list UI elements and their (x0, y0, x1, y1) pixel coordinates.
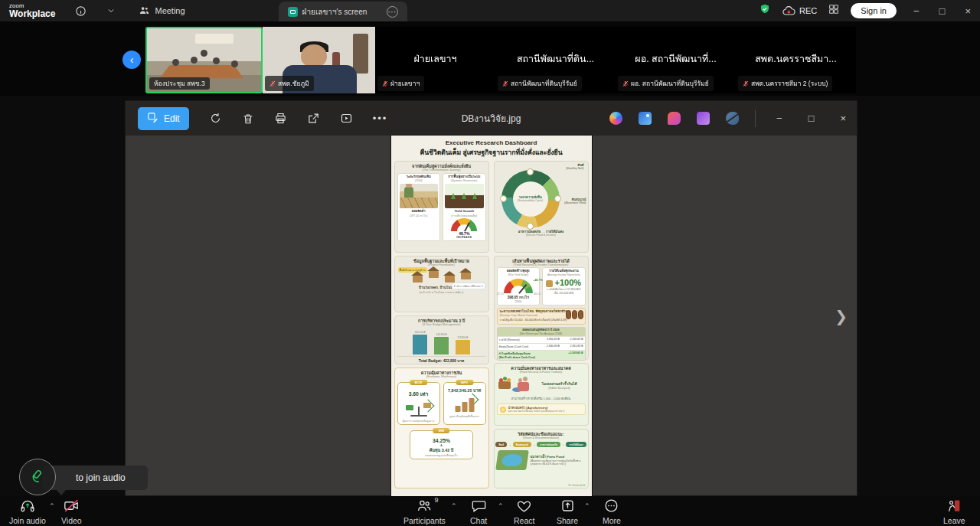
food-security-panel: ความมั่นคงทางอาหารและอนาคต (Food Securit… (494, 363, 589, 426)
net-return-table: ผลตอบแทนสุทธิต่อไร่ ปี 2568(Net Return p… (497, 327, 586, 361)
vision-panel: วิสัยทัศน์และข้อเสนอแนะ: (Vision & Recom… (494, 429, 589, 488)
security-shield-icon[interactable] (759, 3, 771, 18)
share-screen-button[interactable]: Share (557, 498, 578, 525)
bcr-value: 3.60 เท่า (400, 390, 438, 398)
share-options-caret[interactable]: ⌃ (584, 502, 590, 510)
project-foundation-panel: ข้อมูลพื้นฐานและพื้นที่เป้าหมาย (Project… (394, 256, 489, 312)
participant-name-pill: สถานีพัฒนาที่ดินบุรีรัมย์ (498, 76, 582, 91)
video-tile-meeting-room[interactable]: ห้องประชุม สพข.3 (145, 27, 263, 93)
gallery-app-icon[interactable] (697, 112, 710, 125)
restoration-card: การฟื้นฟูอย่างเป็นระบบ (Systemic Restora… (443, 173, 486, 241)
share-screen-icon (560, 498, 576, 515)
chat-icon (471, 498, 487, 515)
participant-name: ฝ่ายเลขาฯ (390, 78, 420, 89)
video-tile-participant[interactable]: สพด.ชัยภูมิ (263, 27, 375, 93)
muted-mic-icon (743, 77, 749, 90)
apps-grid-icon[interactable] (828, 3, 840, 18)
window-controls: − □ × (913, 5, 971, 17)
table-row: รายได้ (Revenue) 3,850.63 B 2,430.63 B (498, 336, 585, 343)
photo-viewer-window: Edit ••• DBงานวิจัย.jpg (125, 100, 858, 496)
viewer-window-controls: − □ × (776, 113, 846, 124)
headphones-icon (19, 498, 36, 515)
viewer-close-button[interactable]: × (840, 113, 846, 124)
table-row: ต้นทุนเงินสด (Cash Cost) 2,840.83 B 2,84… (498, 343, 585, 350)
delete-icon[interactable] (242, 113, 254, 125)
more-button[interactable]: More (603, 498, 621, 525)
photos-app-icon[interactable] (639, 112, 652, 125)
join-audio-button[interactable]: Join audio (9, 498, 46, 525)
minimize-button[interactable]: − (913, 5, 920, 17)
budget-total: Total Budget: 422,800 บาท (397, 356, 486, 364)
chevron-down-icon[interactable] (106, 6, 116, 15)
designer-app-icon[interactable] (668, 112, 681, 125)
sustainability-cycle-ring: วงจรความยั่งยืน (Sustainability Cycle) (501, 170, 560, 228)
wall-sign (195, 34, 234, 44)
share-icon[interactable] (307, 112, 320, 125)
screen-share-icon (288, 7, 298, 17)
video-tile-participant[interactable]: ผอ. สถานีพัฒนาที่... ผอ. สถานีพัฒนาที่ดิ… (616, 27, 736, 93)
onedrive-offline-icon[interactable] (726, 112, 739, 125)
transformation-journey-panel: จากดินเค็มสู่ความมั่งคั่งและยั่งยืน (The… (394, 161, 489, 253)
chat-options-caret[interactable]: ⌃ (498, 502, 504, 510)
video-off-icon (63, 498, 80, 515)
more-options-icon[interactable]: ••• (373, 113, 388, 124)
copilot-icon[interactable] (609, 112, 622, 125)
bcr-card: BCR 3.60 เท่า คุ้มค่าการลงทุนระดับสูงมาก (397, 382, 440, 425)
chat-button[interactable]: Chat (470, 498, 487, 525)
farm-pond-illustration (495, 450, 529, 470)
join-audio-tooltip: to join audio (42, 466, 148, 490)
edit-button[interactable]: Edit (138, 107, 189, 130)
titlebar-right: REC Sign in − □ × (759, 3, 980, 18)
info-icon[interactable] (75, 5, 87, 17)
participant-center-name: สพด.นครราชสีมา... (736, 51, 856, 67)
sign-in-button[interactable]: Sign in (851, 3, 897, 18)
participant-center-name: สถานีพัฒนาที่ดิน... (495, 51, 616, 67)
table-row-net-profit: กำไรสุทธิเหนือต้นทุนเงินสด (Net Profit a… (498, 350, 585, 360)
tab-shared-screen[interactable]: ฝ่ายเลขาฯ's screen ⋯ (279, 2, 407, 21)
edible-backyard-illustration (497, 375, 531, 395)
lightbulb-icon (500, 407, 506, 413)
viewer-minimize-button[interactable]: − (776, 113, 782, 124)
participant-name-pill: ฝ่ายเลขาฯ (377, 76, 424, 91)
participants-button[interactable]: 9 Participants (403, 498, 446, 525)
tab-meeting[interactable]: Meeting (129, 0, 194, 21)
tab-options-icon[interactable]: ⋯ (387, 6, 398, 18)
video-tile-participant[interactable]: สพด.นครราชสีมา... สพด.นครราชสีมา 2 (ระบบ… (736, 27, 856, 93)
scroll-videos-left-button[interactable]: ‹ (122, 51, 141, 69)
video-strip: ‹ ห้องประชุม สพข.3 สพด.ชัยภูมิ (0, 21, 980, 96)
logo-workplace-text: Workplace (9, 9, 55, 18)
audio-options-caret[interactable]: ⌃ (49, 502, 55, 510)
irr-value: 34.25% (412, 438, 472, 443)
next-image-button[interactable]: ❯ (835, 307, 848, 325)
print-icon[interactable] (274, 112, 287, 125)
slideshow-icon[interactable] (340, 112, 353, 125)
rotate-icon[interactable] (209, 112, 222, 125)
rice-yield-gauge: 297.14 446.20 +48.7% (504, 279, 533, 293)
conference-table (160, 65, 244, 78)
video-button[interactable]: Video (61, 498, 82, 525)
soil-restoration-illustration (445, 184, 484, 208)
participant-name-pill: สพด.นครราชสีมา 2 (ระบบ) (738, 76, 832, 91)
viewer-app-icons: − □ × (609, 110, 849, 127)
participant-name: สถานีพัฒนาที่ดินบุรีรัมย์ (511, 78, 577, 89)
participants-options-caret[interactable]: ⌃ (451, 502, 457, 510)
maximize-button[interactable]: □ (939, 5, 946, 17)
meeting-tab-label: Meeting (155, 6, 185, 15)
video-tile-participant[interactable]: ฝ่ายเลขาฯ ฝ่ายเลขาฯ (375, 27, 495, 93)
viewer-maximize-button[interactable]: □ (808, 113, 815, 124)
react-button[interactable]: React (514, 498, 534, 525)
participant-name-pill: สพด.ชัยภูมิ (265, 76, 314, 91)
leave-button[interactable]: Leave (943, 498, 965, 525)
video-tile-participant[interactable]: สถานีพัฒนาที่ดิน... สถานีพัฒนาที่ดินบุรี… (495, 27, 616, 93)
sustainability-cycle-panel: ดินดี(Healthy Soil) ดินสมบูรณ์(Abundant … (494, 161, 589, 253)
agroforestry-strip: ป่าครอบครัว (Agroforestry) ลดรายจ่ายครัว… (497, 403, 586, 415)
close-button[interactable]: × (965, 5, 971, 17)
infographic-title: Executive Research Dashboard (394, 139, 589, 146)
join-audio-highlight-circle[interactable] (19, 459, 56, 495)
recording-indicator[interactable]: REC (782, 5, 817, 17)
participants-icon: 9 (416, 498, 433, 515)
rice-yield-card: ผลผลิตข้าวพุ่งสูง (Rice Yield Surge) 297… (497, 267, 541, 305)
tooltip-text: to join audio (76, 472, 126, 483)
infographic-subtitle: คืนชีวิตดินเค็ม สู่เศรษฐกิจฐานรากที่มั่ง… (394, 147, 589, 158)
participant-name-pill: ผอ. สถานีพัฒนาที่ดินบุรีรัมย์ (618, 76, 714, 91)
